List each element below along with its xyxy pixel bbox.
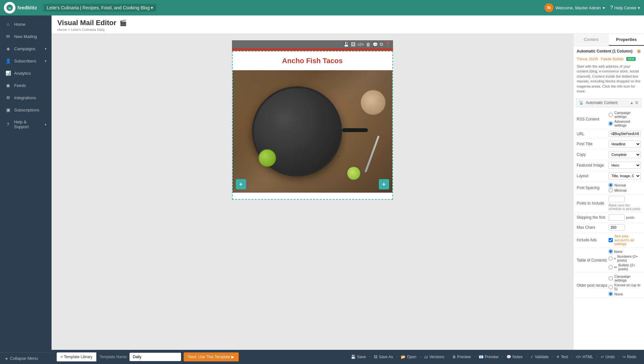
- delete-toolbar-icon[interactable]: 🗑: [366, 42, 370, 47]
- sidebar-item-home[interactable]: ⌂ Home: [0, 18, 52, 30]
- featured-image-select[interactable]: Hero Thumbnail None: [609, 162, 641, 169]
- include-ads-link[interactable]: See your account's ad settings: [614, 234, 641, 246]
- rss-advanced-radio[interactable]: [609, 121, 613, 126]
- open-action[interactable]: 📂 Open: [398, 355, 419, 359]
- toc-none-radio[interactable]: [609, 249, 613, 254]
- subscribers-icon: 👤: [5, 58, 11, 63]
- auto-content-bar: 📡 Automatic Content ▲ ⚙: [576, 98, 641, 107]
- undo-action[interactable]: ↩ Undo: [598, 355, 617, 359]
- add-block-right-button[interactable]: +: [379, 179, 389, 189]
- use-template-button[interactable]: Next: Use This Template ▶: [184, 352, 239, 361]
- add-block-left-button[interactable]: +: [236, 179, 246, 189]
- preview-action[interactable]: 🖥 Preview: [449, 355, 474, 359]
- skipping-first-row: Skipping the first posts: [573, 213, 644, 223]
- user-avatar: fb: [544, 3, 553, 12]
- posts-to-include-input[interactable]: [609, 196, 625, 202]
- panel-collapse-button[interactable]: ◂: [573, 192, 573, 205]
- save-as-action[interactable]: 🖫 Save As: [371, 355, 396, 359]
- email-editor-toolbar: 💾 🖼 </> 🗑 💬 ⧉ 📍: [232, 40, 393, 48]
- user-menu[interactable]: fb Welcome, Master Admin ▾: [544, 3, 605, 12]
- older-post-recaps-row: Older post recaps Campaign settings Forc…: [573, 273, 644, 298]
- skipping-first-input[interactable]: [609, 214, 625, 221]
- video-icon[interactable]: 🎬: [120, 19, 127, 26]
- lime2-shape: [347, 167, 360, 180]
- post-title-select[interactable]: Headline: [609, 140, 641, 148]
- toc-none-label: None: [614, 250, 622, 254]
- auto-content-settings-button[interactable]: ⚙: [635, 101, 639, 105]
- redo-action[interactable]: ↪ Redo: [620, 355, 639, 359]
- copy-select[interactable]: Complete Summary None: [609, 151, 641, 158]
- post-title-row: Post Title Headline: [573, 139, 644, 149]
- older-post-recaps-label: Older post recaps: [577, 283, 607, 288]
- properties-section-header: Automatic Content (1 Column) ⊕: [573, 46, 644, 56]
- versions-icon: 🗂: [424, 355, 428, 359]
- sidebar-item-integrations[interactable]: ⚙ Integrations: [0, 91, 52, 104]
- copy-toolbar-icon[interactable]: ⧉: [380, 42, 383, 47]
- editor-canvas[interactable]: 💾 🖼 </> 🗑 💬 ⧉ 📍 Ancho Fish Tacos: [52, 34, 573, 350]
- blog-selector[interactable]: Leite's Culinaria | Recipes, Food, and C…: [43, 4, 156, 12]
- rss-campaign-radio[interactable]: [609, 113, 613, 117]
- test-action[interactable]: ✈ Test: [554, 355, 571, 359]
- logo[interactable]: fb feedblitz: [4, 2, 37, 14]
- include-ads-control: See your account's ad settings: [609, 234, 641, 246]
- notes-action[interactable]: 💬 Notes: [504, 355, 525, 359]
- breadcrumb-home-link[interactable]: Home: [57, 28, 67, 32]
- validate-icon: ✓: [530, 355, 533, 359]
- spacing-normal-label: Normal: [614, 183, 626, 187]
- spacing-minimal-radio[interactable]: [609, 188, 613, 192]
- toc-numbers-icon: ≡: [614, 257, 616, 260]
- sidebar-item-campaigns[interactable]: ◈ Campaigns ▾: [0, 43, 52, 55]
- notes-icon: 💬: [506, 355, 511, 359]
- template-name-input[interactable]: [130, 353, 181, 361]
- bottom-actions: 💾 Save • 🖫 Save As • 📂 Open • 🗂 Versions: [348, 355, 639, 359]
- sidebar-item-analytics[interactable]: 📊 Analytics: [0, 67, 52, 79]
- palette-builder-link[interactable]: Palette Builder: [601, 57, 624, 61]
- spacing-normal-radio[interactable]: [609, 183, 613, 187]
- toc-bullets-radio[interactable]: [609, 265, 613, 269]
- layout-row: Layout Title, Image, Copy Image, Title, …: [573, 171, 644, 181]
- auto-content-up-button[interactable]: ▲: [630, 101, 634, 105]
- save-action[interactable]: 💾 Save: [348, 355, 368, 359]
- sidebar-label-feeds: Feeds: [14, 83, 26, 88]
- max-chars-label: Max Chars: [577, 225, 607, 230]
- sidebar-item-new-mailing[interactable]: ✉ New Mailing: [0, 30, 52, 43]
- section-icon-button[interactable]: ⊕: [637, 49, 641, 54]
- image-toolbar-icon[interactable]: 🖼: [351, 42, 355, 47]
- collapse-icon: ◂: [5, 356, 7, 361]
- theme-json-link[interactable]: Theme JSON: [577, 57, 598, 61]
- layout-select[interactable]: Title, Image, Copy Image, Title, Copy: [609, 172, 641, 179]
- properties-tabs: Content Properties: [573, 34, 644, 46]
- validate-action[interactable]: ✓ Validate: [528, 355, 551, 359]
- max-chars-row: Max Chars: [573, 223, 644, 233]
- sidebar-item-subscribers[interactable]: 👤 Subscribers ▾: [0, 55, 52, 67]
- post-spacing-radios: Normal Minimal: [609, 183, 641, 192]
- include-ads-checkbox[interactable]: [609, 238, 613, 242]
- recaps-none-radio[interactable]: [609, 292, 613, 296]
- help-center-link[interactable]: ? Help Center ▾: [610, 5, 640, 11]
- help-arrow-icon: ▾: [45, 123, 46, 126]
- versions-action[interactable]: 🗂 Versions: [422, 355, 447, 359]
- max-chars-input[interactable]: [609, 224, 625, 231]
- pin-toolbar-icon[interactable]: 📍: [385, 42, 390, 47]
- recaps-campaign-label: Campaign settings: [614, 274, 641, 282]
- breadcrumb: Home > Leite's Culinaria Daily: [57, 28, 638, 32]
- url-input[interactable]: [609, 131, 641, 137]
- preview2-action[interactable]: 📧 Preview: [476, 355, 501, 359]
- sidebar-item-feeds[interactable]: ◉ Feeds: [0, 79, 52, 91]
- template-library-button[interactable]: < Template Library: [57, 352, 96, 361]
- collapse-menu-button[interactable]: ◂ Collapse Menu: [0, 352, 52, 364]
- code-toolbar-icon[interactable]: </>: [357, 42, 364, 47]
- email-post-title: Ancho Fish Tacos: [233, 52, 392, 70]
- comment-toolbar-icon[interactable]: 💬: [372, 42, 378, 47]
- recaps-forced-radio[interactable]: [609, 285, 613, 289]
- tab-content[interactable]: Content: [573, 34, 609, 46]
- posts-to-include-row: Posts to Include Blank uses the schedule…: [573, 194, 644, 213]
- recaps-campaign-radio[interactable]: [609, 276, 613, 281]
- toc-numbers-radio[interactable]: [609, 256, 613, 261]
- sidebar-item-help[interactable]: ? Help & Support ▾: [0, 116, 52, 133]
- sidebar: ⌂ Home ✉ New Mailing ◈ Campaigns ▾ 👤 Sub…: [0, 15, 52, 364]
- sidebar-item-subscriptions[interactable]: ▣ Subscriptions: [0, 104, 52, 116]
- html-action[interactable]: </> HTML: [573, 355, 596, 359]
- tab-properties[interactable]: Properties: [609, 34, 644, 46]
- save-toolbar-icon[interactable]: 💾: [343, 42, 349, 47]
